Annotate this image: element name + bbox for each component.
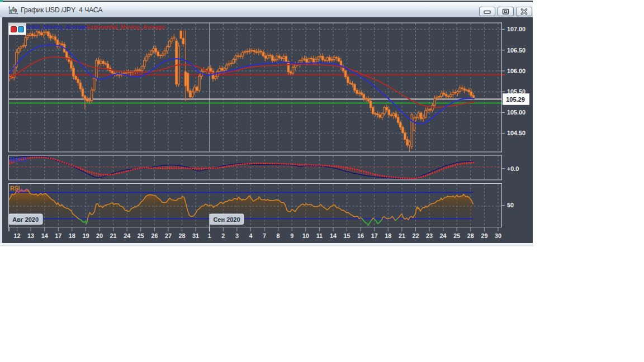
svg-text:15: 15 (343, 232, 350, 239)
svg-text:106.50: 106.50 (507, 47, 525, 54)
svg-text:22: 22 (412, 232, 419, 239)
svg-text:17: 17 (371, 232, 378, 239)
svg-text:24: 24 (124, 232, 130, 239)
svg-text:ential_Moving_Average: ential_Moving_Average (26, 23, 88, 30)
svg-text:Сен 2020: Сен 2020 (213, 216, 240, 223)
svg-text:105.00: 105.00 (507, 109, 525, 116)
svg-text:16: 16 (357, 232, 364, 239)
svg-text:7: 7 (263, 232, 266, 239)
svg-text:28: 28 (467, 232, 474, 239)
svg-text:Exponential_Moving_Average: Exponential_Moving_Average (87, 23, 164, 30)
svg-text:Авг 2020: Авг 2020 (12, 216, 39, 223)
svg-text:3: 3 (235, 232, 239, 239)
svg-text:25: 25 (453, 232, 460, 239)
svg-text:9: 9 (290, 232, 293, 239)
svg-text:104.50: 104.50 (507, 130, 525, 136)
svg-text:MACD: MACD (10, 156, 28, 163)
svg-text:14: 14 (41, 232, 48, 239)
svg-text:21: 21 (110, 232, 117, 239)
svg-text:18: 18 (69, 232, 75, 239)
svg-text:2: 2 (221, 232, 225, 239)
svg-text:+0.0: +0.0 (507, 165, 519, 172)
svg-text:107.00: 107.00 (507, 26, 525, 32)
svg-text:20: 20 (96, 232, 103, 239)
svg-text:26: 26 (151, 232, 158, 239)
svg-text:29: 29 (481, 232, 487, 239)
svg-text:28: 28 (178, 232, 185, 239)
svg-text:10: 10 (302, 232, 309, 239)
svg-text:31: 31 (192, 232, 199, 239)
svg-text:13: 13 (27, 232, 34, 239)
svg-text:27: 27 (165, 232, 172, 239)
svg-text:12: 12 (13, 232, 20, 239)
svg-text:21: 21 (399, 232, 405, 239)
svg-text:17: 17 (55, 232, 61, 239)
svg-text:24: 24 (440, 232, 447, 239)
svg-text:105.29: 105.29 (506, 96, 525, 103)
svg-text:25: 25 (138, 232, 144, 239)
svg-text:14: 14 (330, 232, 337, 239)
svg-text:18: 18 (385, 232, 391, 239)
svg-text:11: 11 (316, 232, 323, 239)
svg-text:8: 8 (277, 232, 280, 239)
svg-text:23: 23 (426, 232, 433, 239)
svg-text:1: 1 (208, 232, 211, 239)
svg-text:4: 4 (249, 232, 252, 239)
svg-text:106.00: 106.00 (507, 68, 525, 74)
svg-text:50: 50 (507, 202, 514, 208)
svg-text:30: 30 (495, 232, 501, 239)
svg-text:RSI: RSI (10, 185, 20, 192)
svg-text:19: 19 (82, 232, 89, 239)
